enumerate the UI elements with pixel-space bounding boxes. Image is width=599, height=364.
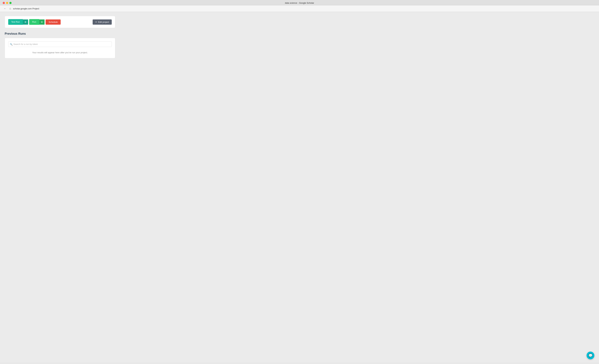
maximize-button[interactable] xyxy=(9,2,12,4)
test-run-group: Test Run ⚙ xyxy=(8,19,28,25)
edit-project-label: Edit project xyxy=(98,21,109,23)
page-url: scholar.google.com Project xyxy=(13,7,39,10)
window-title: data science - Google Scholar xyxy=(285,2,314,4)
traffic-lights xyxy=(3,2,12,4)
test-run-button[interactable]: Test Run xyxy=(8,19,23,25)
browser-toolbar: ← ⌂ scholar.google.com Project xyxy=(0,5,599,12)
action-buttons-left: Test Run ⚙ Run ⚙ Schedule xyxy=(8,19,61,25)
edit-project-button[interactable]: ✏ Edit project xyxy=(93,19,112,25)
run-gear-button[interactable]: ⚙ xyxy=(39,19,44,25)
pencil-icon: ✏ xyxy=(95,21,97,23)
title-bar: data science - Google Scholar xyxy=(3,2,596,5)
gear-icon: ⚙ xyxy=(25,21,26,23)
home-icon: ⌂ xyxy=(9,7,11,10)
close-button[interactable] xyxy=(3,2,5,4)
search-icon: 🔍 xyxy=(10,43,13,45)
back-icon: ← xyxy=(4,7,6,10)
address-bar-area: scholar.google.com Project xyxy=(13,7,596,10)
schedule-button[interactable]: Schedule xyxy=(45,19,61,25)
run-group: Run ⚙ xyxy=(29,19,44,25)
back-button[interactable]: ← xyxy=(3,7,7,10)
run-button[interactable]: Run xyxy=(29,19,39,25)
chat-icon: 💬 xyxy=(589,354,593,357)
minimize-button[interactable] xyxy=(6,2,8,4)
window-chrome: data science - Google Scholar xyxy=(0,0,599,5)
main-content: Test Run ⚙ Run ⚙ Schedule ✏ Edit project… xyxy=(0,12,599,363)
gear-icon-run: ⚙ xyxy=(41,21,43,23)
search-container: 🔍 xyxy=(8,41,112,47)
runs-card: 🔍 Your results will appear here after yo… xyxy=(5,38,115,58)
chat-button[interactable]: 💬 xyxy=(587,352,594,359)
empty-state: Your results will appear here after you'… xyxy=(8,50,112,55)
section-title: Previous Runs xyxy=(5,32,594,36)
search-input[interactable] xyxy=(8,41,112,47)
test-run-gear-button[interactable]: ⚙ xyxy=(23,19,28,25)
action-card: Test Run ⚙ Run ⚙ Schedule ✏ Edit project xyxy=(5,16,115,28)
